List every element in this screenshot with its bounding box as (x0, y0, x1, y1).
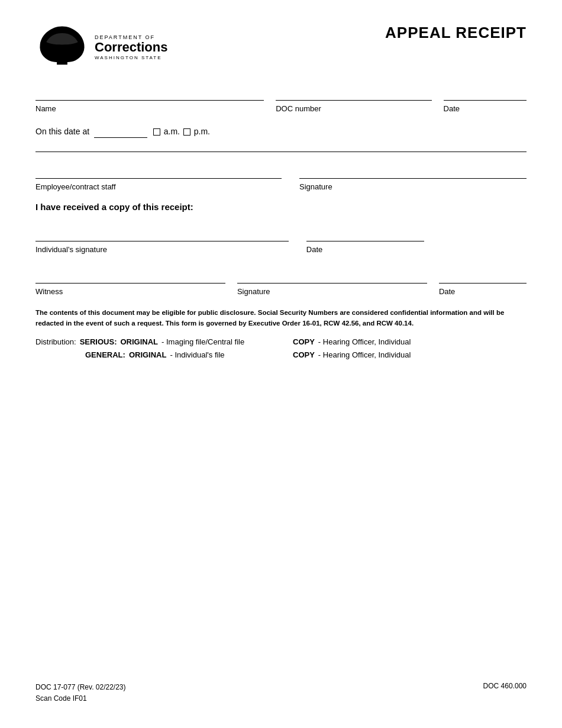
employee-field-group: Employee/contract staff (35, 167, 282, 191)
disclosure-text: The contents of this document may be eli… (35, 309, 504, 326)
individual-sig-label: Individual's signature (35, 245, 289, 254)
dist-line-serious-copy: COPY - Hearing Officer, Individual (293, 336, 527, 349)
doc-logo (35, 24, 89, 71)
witness-date-input-line[interactable] (439, 272, 527, 284)
disclosure-block: The contents of this document may be eli… (35, 308, 527, 328)
distribution-label: Distribution: (35, 336, 76, 349)
name-doc-date-section: Name DOC number Date (35, 89, 527, 113)
dist-line-serious: Distribution: SERIOUS: ORIGINAL - Imagin… (35, 336, 269, 349)
date-input-line[interactable] (444, 89, 527, 101)
witness-label: Witness (35, 287, 225, 296)
am-label: a.m. (164, 127, 180, 136)
appeal-statement-block: On this date at a.m. p.m. (35, 125, 527, 152)
logo-area: Department of Corrections WASHINGTON STA… (35, 24, 167, 71)
general-copy-text: - Hearing Officer, Individual (318, 349, 411, 362)
serious-copy-text: - Hearing Officer, Individual (318, 336, 411, 349)
page-footer: DOC 17-077 (Rev. 02/22/23) Scan Code IF0… (35, 682, 527, 704)
name-doc-date-line-row: Name DOC number Date (35, 89, 527, 113)
individual-sig-field-group: Individual's signature (35, 230, 289, 254)
witness-sig-field-group: Signature (237, 272, 427, 296)
doc-number-field-group: DOC number (276, 89, 431, 113)
individual-date-label: Date (306, 245, 425, 254)
scan-code: Scan Code IF01 (35, 693, 126, 704)
serious-label: SERIOUS: (80, 336, 117, 349)
appeal-statement-line1: On this date at a.m. p.m. (35, 125, 527, 138)
general-copy-label: COPY (293, 349, 315, 362)
page-title-area: APPEAL RECEIPT (385, 24, 527, 42)
page-header: Department of Corrections WASHINGTON STA… (35, 24, 527, 71)
witness-date-field-group: Date (439, 272, 527, 296)
distribution-right: COPY - Hearing Officer, Individual COPY … (293, 336, 527, 362)
employee-signature-row: Employee/contract staff Signature (35, 167, 527, 191)
witness-sig-label: Signature (237, 287, 427, 296)
form-number: DOC 17-077 (Rev. 02/22/23) (35, 682, 126, 693)
name-input-line[interactable] (35, 89, 264, 101)
pm-label: p.m. (194, 127, 210, 136)
witness-date-label: Date (439, 287, 527, 296)
wac-input-line[interactable] (35, 140, 527, 152)
individual-date-field-group: Date (306, 230, 425, 254)
employee-label: Employee/contract staff (35, 182, 282, 191)
doc-number-label: DOC number (276, 104, 431, 113)
am-checkbox[interactable] (153, 128, 160, 136)
employee-signature-input-line[interactable] (299, 167, 527, 179)
individual-sig-row: Individual's signature Date (35, 230, 527, 254)
distribution-left: Distribution: SERIOUS: ORIGINAL - Imagin… (35, 336, 269, 362)
employee-signature-field-group: Signature (299, 167, 527, 191)
time-blank[interactable] (94, 137, 147, 138)
page-title: APPEAL RECEIPT (385, 24, 527, 42)
name-field-group: Name (35, 89, 264, 113)
footer-left: DOC 17-077 (Rev. 02/22/23) Scan Code IF0… (35, 682, 126, 704)
doc-number-input-line[interactable] (276, 89, 431, 101)
name-label: Name (35, 104, 264, 113)
receipt-statement-text: I have received a copy of this receipt: (35, 202, 193, 212)
serious-copy-label: COPY (293, 336, 315, 349)
witness-input-line[interactable] (35, 272, 225, 284)
employee-input-line[interactable] (35, 167, 282, 179)
date-label: Date (444, 104, 527, 113)
dist-line-general: GENERAL: ORIGINAL - Individual's file (35, 349, 269, 362)
individual-sig-input-line[interactable] (35, 230, 289, 241)
individual-date-input-line[interactable] (306, 230, 425, 241)
distribution-row: Distribution: SERIOUS: ORIGINAL - Imagin… (35, 336, 527, 362)
general-label: GENERAL: (85, 349, 125, 362)
dist-line-general-copy: COPY - Hearing Officer, Individual (293, 349, 527, 362)
statement-prefix: On this date at (35, 127, 89, 136)
receipt-statement: I have received a copy of this receipt: (35, 202, 527, 212)
date-field-group: Date (444, 89, 527, 113)
general-original-text: - Individual's file (170, 349, 224, 362)
serious-original-label: ORIGINAL (120, 336, 158, 349)
witness-row: Witness Signature Date (35, 272, 527, 296)
witness-field-group: Witness (35, 272, 225, 296)
serious-original-text: - Imaging file/Central file (162, 336, 244, 349)
distribution-block: Distribution: SERIOUS: ORIGINAL - Imagin… (35, 336, 527, 362)
pm-checkbox[interactable] (183, 128, 190, 136)
footer-doc-number: DOC 460.000 (483, 682, 527, 704)
logo-text: Department of Corrections WASHINGTON STA… (95, 34, 167, 60)
general-original-label: ORIGINAL (129, 349, 167, 362)
employee-signature-label: Signature (299, 182, 527, 191)
witness-sig-input-line[interactable] (237, 272, 427, 284)
